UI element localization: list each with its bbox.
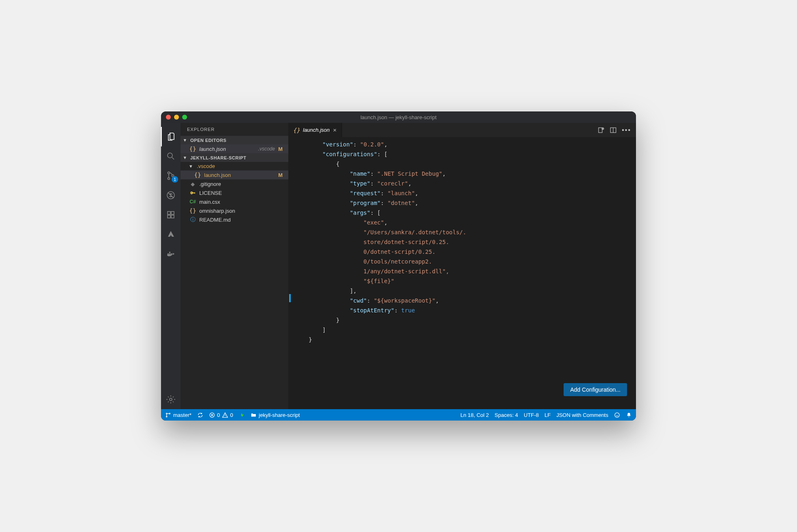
file-launch-json[interactable]: {} launch.json M (181, 170, 288, 179)
open-editor-item[interactable]: {} launch.json .vscode M (181, 144, 288, 153)
open-editors-label: OPEN EDITORS (190, 138, 226, 143)
file-license[interactable]: 🔑︎ LICENSE (181, 188, 288, 197)
svg-point-17 (166, 413, 168, 414)
activity-source-control[interactable]: 1 (161, 166, 181, 185)
activity-extensions[interactable] (161, 205, 181, 225)
app-window: launch.json — jekyll-share-script 1 (161, 111, 636, 421)
warning-count: 0 (230, 412, 233, 418)
flame-icon (239, 412, 245, 418)
file-omnisharp-json[interactable]: {} omnisharp.json (181, 206, 288, 215)
tab-launch-json[interactable]: {} launch.json × (288, 123, 342, 137)
svg-point-21 (615, 412, 619, 417)
svg-point-0 (168, 153, 172, 158)
chevron-down-icon: ▾ (184, 155, 189, 160)
workspace-header[interactable]: ▾ JEKYLL-SHARE-SCRIPT (181, 153, 288, 162)
cursor-position[interactable]: Ln 18, Col 2 (460, 412, 489, 418)
svg-point-18 (166, 416, 168, 417)
azure-icon (166, 229, 176, 239)
svg-rect-7 (171, 215, 174, 218)
file-readme[interactable]: ⓘ README.md (181, 215, 288, 224)
svg-rect-12 (169, 252, 170, 253)
feedback-button[interactable] (614, 412, 620, 418)
csharp-icon: C# (189, 198, 196, 205)
code-content[interactable]: "version": "0.2.0", "configurations": [ … (309, 140, 632, 409)
folder-name: jekyll-share-script (259, 412, 300, 418)
branch-name: master* (173, 412, 192, 418)
docker-icon (166, 249, 176, 259)
activity-settings[interactable] (161, 390, 181, 409)
window-minimize-button[interactable] (174, 115, 179, 120)
file-name: main.csx (199, 199, 285, 205)
smiley-icon (614, 412, 620, 418)
tab-actions: ••• (597, 123, 636, 137)
activity-azure[interactable] (161, 225, 181, 244)
bell-icon (626, 412, 632, 418)
folder-name: .vscode (197, 163, 215, 169)
activity-search[interactable] (161, 146, 181, 166)
sidebar-title: EXPLORER (181, 123, 288, 136)
svg-rect-8 (171, 211, 174, 214)
titlebar: launch.json — jekyll-share-script (161, 111, 636, 123)
svg-rect-10 (169, 253, 170, 255)
svg-point-2 (168, 178, 170, 180)
open-editor-name: launch.json (199, 146, 255, 152)
traffic-lights (166, 115, 187, 120)
folder-icon (250, 412, 257, 418)
svg-rect-9 (168, 253, 169, 255)
warning-icon (222, 412, 228, 418)
svg-rect-11 (171, 253, 172, 255)
chevron-down-icon: ▾ (184, 137, 189, 143)
branch-icon (165, 412, 171, 418)
notifications-button[interactable] (626, 412, 632, 418)
file-name: launch.json (204, 172, 275, 178)
open-editor-hint: .vscode (258, 146, 275, 152)
git-status: M (278, 146, 283, 152)
split-editor-icon[interactable] (610, 126, 617, 134)
git-branch[interactable]: master* (165, 412, 192, 418)
error-count: 0 (217, 412, 220, 418)
files-icon (166, 132, 176, 142)
cursor-line-indicator (289, 294, 291, 302)
activity-docker[interactable] (161, 244, 181, 264)
encoding[interactable]: UTF-8 (524, 412, 539, 418)
error-icon (209, 412, 215, 418)
activity-debug[interactable] (161, 185, 181, 205)
sync-button[interactable] (197, 412, 203, 418)
open-changes-icon[interactable] (597, 126, 605, 134)
folder-vscode[interactable]: ▾ .vscode (181, 162, 288, 170)
eol[interactable]: LF (544, 412, 551, 418)
search-icon (166, 151, 176, 161)
folder-indicator[interactable]: jekyll-share-script (250, 412, 300, 418)
flame-indicator[interactable] (239, 412, 245, 418)
explorer-sidebar: EXPLORER ▾ OPEN EDITORS {} launch.json .… (181, 123, 288, 409)
json-icon: {} (293, 127, 300, 133)
window-zoom-button[interactable] (182, 115, 187, 120)
problems[interactable]: 0 0 (209, 412, 233, 418)
file-name: .gitignore (199, 181, 285, 187)
add-configuration-button[interactable]: Add Configuration... (564, 383, 627, 396)
file-main-csx[interactable]: C# main.csx (181, 197, 288, 206)
open-editors-header[interactable]: ▾ OPEN EDITORS (181, 136, 288, 144)
editor[interactable]: "version": "0.2.0", "configurations": [ … (288, 137, 636, 409)
workspace-label: JEKYLL-SHARE-SCRIPT (190, 155, 246, 160)
sync-icon (197, 412, 203, 418)
close-icon[interactable]: × (333, 126, 337, 133)
git-icon: ◆ (189, 181, 196, 187)
indentation[interactable]: Spaces: 4 (494, 412, 518, 418)
json-icon: {} (189, 146, 196, 152)
svg-rect-6 (168, 215, 170, 218)
file-name: omnisharp.json (199, 208, 285, 214)
svg-rect-5 (168, 211, 170, 214)
window-close-button[interactable] (166, 115, 171, 120)
editor-area: {} launch.json × ••• "version": "0.2.0",… (288, 123, 636, 409)
scm-badge: 1 (172, 176, 178, 183)
more-icon[interactable]: ••• (622, 126, 631, 134)
tab-name: launch.json (303, 127, 330, 133)
minimap[interactable] (632, 140, 636, 409)
gutter (288, 140, 309, 409)
activity-explorer[interactable] (161, 127, 181, 146)
file-gitignore[interactable]: ◆ .gitignore (181, 179, 288, 188)
language-mode[interactable]: JSON with Comments (556, 412, 608, 418)
svg-point-1 (168, 172, 170, 174)
gear-icon (166, 395, 176, 404)
